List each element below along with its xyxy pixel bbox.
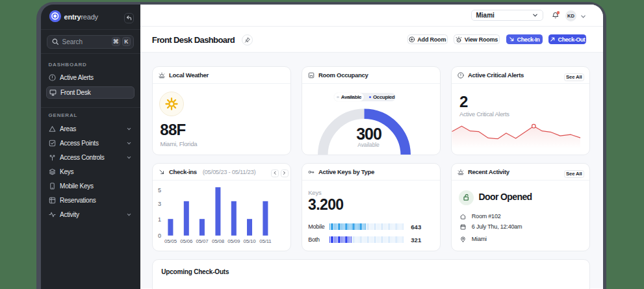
svg-text:05/09: 05/09 bbox=[227, 238, 240, 244]
svg-text:3: 3 bbox=[158, 201, 161, 207]
svg-text:05/06: 05/06 bbox=[180, 238, 192, 244]
svg-text:05/11: 05/11 bbox=[259, 238, 271, 244]
svg-text:05/07: 05/07 bbox=[196, 238, 208, 244]
svg-text:0: 0 bbox=[158, 232, 161, 239]
svg-text:05/10: 05/10 bbox=[243, 238, 256, 244]
svg-text:05/05: 05/05 bbox=[164, 238, 177, 244]
svg-text:05/08: 05/08 bbox=[212, 238, 224, 244]
svg-text:5: 5 bbox=[158, 187, 161, 194]
svg-text:1: 1 bbox=[158, 216, 161, 223]
